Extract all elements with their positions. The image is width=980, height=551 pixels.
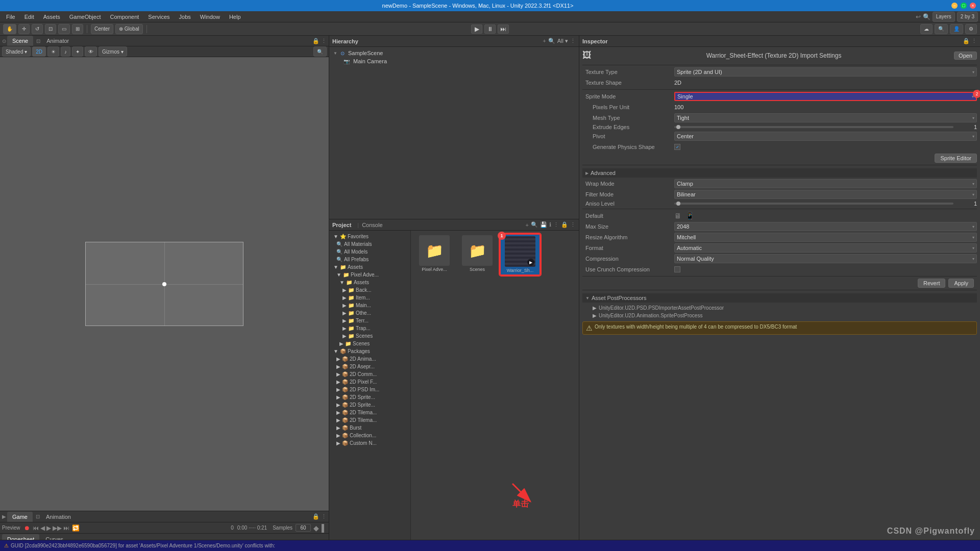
anim-play-btn[interactable]: ▶ (46, 524, 51, 532)
revert-button[interactable]: Revert (918, 279, 945, 288)
inspector-lock-btn[interactable]: 🔒 (963, 38, 970, 44)
pkg-2dtile1[interactable]: ▶ 📦 2D Tilema... (329, 409, 410, 416)
item-folder[interactable]: ▶ 📁 Item... (329, 294, 410, 302)
unity-services-btn[interactable]: ⚙ (965, 24, 977, 34)
sprite-mode-dropdown[interactable]: Single ▾ (674, 92, 977, 101)
undo-icon[interactable]: ↩ (916, 13, 921, 20)
pixel-adv-folder[interactable]: ▼ 📁 Pixel Adve... (329, 271, 410, 279)
play-button[interactable]: ▶ (471, 24, 482, 34)
menu-jobs[interactable]: Jobs (175, 13, 195, 21)
scene-shading-btn[interactable]: Shaded ▾ (2, 46, 31, 57)
pkg-2dsprite1[interactable]: ▶ 📦 2D Sprite... (329, 393, 410, 401)
center-toggle-btn[interactable]: Center (91, 24, 113, 34)
favorites-root[interactable]: ▼ ⭐ Favorites (329, 233, 410, 240)
sprite-editor-button[interactable]: Sprite Editor (935, 154, 977, 163)
trap-folder[interactable]: ▶ 📁 Trap... (329, 324, 410, 332)
pkg-2dpixel[interactable]: ▶ 📦 2D Pixel F... (329, 378, 410, 386)
tab-game[interactable]: Game (7, 512, 33, 522)
pkg-customn[interactable]: ▶ 📦 Custom N... (329, 439, 410, 447)
anim-lock-icon[interactable]: 🔒 (312, 513, 320, 520)
add-key-btn[interactable]: ◆ (313, 524, 319, 532)
anim-loop-btn[interactable]: 🔁 (72, 524, 80, 532)
assets-sub-folder[interactable]: ▼ 📁 Assets (329, 279, 410, 286)
project-save-btn[interactable]: 💾 (540, 221, 547, 228)
scene-audio-btn[interactable]: ♪ (61, 46, 70, 57)
scene-light-btn[interactable]: ☀ (47, 46, 59, 57)
scene-2d-btn[interactable]: 2D (32, 46, 46, 57)
lock-icon[interactable]: 🔒 (312, 38, 320, 44)
minimize-button[interactable]: − (951, 3, 958, 9)
pkg-2dpsd[interactable]: ▶ 📦 2D PSD Im... (329, 386, 410, 393)
transform-tool-btn[interactable]: ⊞ (72, 24, 83, 34)
crunch-checkbox[interactable] (674, 266, 680, 272)
tab-console[interactable]: Console (362, 222, 382, 228)
hierarchy-add-btn[interactable]: + (543, 38, 546, 44)
layout-button[interactable]: 2 by 3 (957, 12, 978, 22)
rect-tool-btn[interactable]: ▭ (58, 24, 70, 34)
asset-pixel-adv[interactable]: 📁 Pixel Adve... (414, 234, 455, 276)
close-button[interactable]: × (970, 3, 976, 9)
samples-input[interactable] (296, 524, 311, 532)
asset-post-section-header[interactable]: ▼ Asset PostProcessors (582, 293, 977, 303)
maximize-button[interactable]: □ (961, 3, 967, 9)
packages-root[interactable]: ▼ 📦 Packages (329, 347, 410, 355)
layers-button[interactable]: Layers (933, 12, 955, 22)
tab-scene[interactable]: Scene (7, 36, 33, 46)
hand-tool-btn[interactable]: ✋ (3, 24, 16, 34)
menu-window[interactable]: Window (196, 13, 224, 21)
scene-hidden-btn[interactable]: 👁 (85, 46, 97, 57)
record-btn[interactable]: ⏺ (24, 524, 30, 532)
pkg-2danim[interactable]: ▶ 📦 2D Anima... (329, 355, 410, 363)
hierarchy-filter-btn[interactable]: All ▾ (557, 38, 568, 44)
pivot-dropdown[interactable]: Center ▾ (674, 132, 977, 141)
menu-services[interactable]: Services (144, 13, 174, 21)
anim-fwd-btn[interactable]: ▶▶ (53, 524, 62, 532)
add-event-btn[interactable]: ▌ (322, 524, 327, 532)
fav-materials[interactable]: 🔍 All Materials (329, 240, 410, 248)
menu-assets[interactable]: Assets (39, 13, 64, 21)
project-add-btn[interactable]: + (526, 222, 529, 228)
wrap-mode-dropdown[interactable]: Clamp ▾ (674, 179, 977, 188)
hierarchy-search-btn[interactable]: 🔍 (548, 38, 555, 44)
pkg-2dasepr[interactable]: ▶ 📦 2D Asepr... (329, 363, 410, 370)
collab-btn[interactable]: ☁ (920, 24, 933, 34)
scenes-folder[interactable]: ▶ 📁 Scenes (329, 340, 410, 347)
project-lock-btn[interactable]: 🔒 (561, 221, 568, 228)
fav-models[interactable]: 🔍 All Models (329, 248, 410, 256)
fav-prefabs[interactable]: 🔍 All Prefabs (329, 256, 410, 263)
account-btn[interactable]: 👤 (950, 24, 963, 34)
gen-physics-checkbox[interactable]: ✓ (674, 144, 680, 150)
menu-gameobject[interactable]: GameObject (65, 13, 105, 21)
menu-edit[interactable]: Edit (20, 13, 38, 21)
global-toggle-btn[interactable]: ⊕ Global (115, 24, 143, 34)
texture-type-dropdown[interactable]: Sprite (2D and UI) ▾ (674, 67, 977, 77)
scene-fx-btn[interactable]: ✦ (72, 46, 83, 57)
extrude-slider[interactable] (674, 126, 953, 128)
move-tool-btn[interactable]: ✛ (18, 24, 30, 34)
scale-tool-btn[interactable]: ⊡ (45, 24, 56, 34)
scene-search-btn[interactable]: 🔍 (313, 46, 327, 57)
resize-alg-dropdown[interactable]: Mitchell ▾ (674, 233, 977, 242)
asset-scenes[interactable]: 📁 Scenes (457, 234, 498, 276)
back-folder[interactable]: ▶ 📁 Back... (329, 286, 410, 294)
format-dropdown[interactable]: Automatic ▾ (674, 243, 977, 253)
menu-file[interactable]: File (2, 13, 19, 21)
hierarchy-camera-item[interactable]: ▶ 📷 Main Camera (329, 57, 579, 65)
mesh-type-dropdown[interactable]: Tight ▾ (674, 113, 977, 122)
pkg-collection[interactable]: ▶ 📦 Collection... (329, 432, 410, 439)
anim-back-btn[interactable]: ◀ (40, 524, 45, 532)
compression-dropdown[interactable]: Normal Quality ▾ (674, 254, 977, 263)
asset-warrior[interactable]: 1 ▶ Warrior_Sh... (500, 234, 541, 276)
pkg-burst[interactable]: ▶ 📦 Burst (329, 424, 410, 432)
apply-button[interactable]: Apply (948, 279, 974, 288)
inspector-open-button[interactable]: Open (954, 52, 977, 60)
main-folder[interactable]: ▶ 📁 Main... (329, 302, 410, 309)
menu-help[interactable]: Help (225, 13, 245, 21)
tab-animation[interactable]: Animation (41, 512, 76, 522)
anim-kebab-icon[interactable]: ⋮ (321, 513, 327, 520)
search-toolbar-btn[interactable]: 🔍 (935, 24, 948, 34)
terr-folder[interactable]: ▶ 📁 Terr... (329, 317, 410, 324)
hierarchy-kebab-btn[interactable]: ⋮ (570, 38, 576, 44)
anim-next-btn[interactable]: ⏭ (63, 524, 69, 532)
anim-prev-btn[interactable]: ⏮ (33, 524, 39, 532)
